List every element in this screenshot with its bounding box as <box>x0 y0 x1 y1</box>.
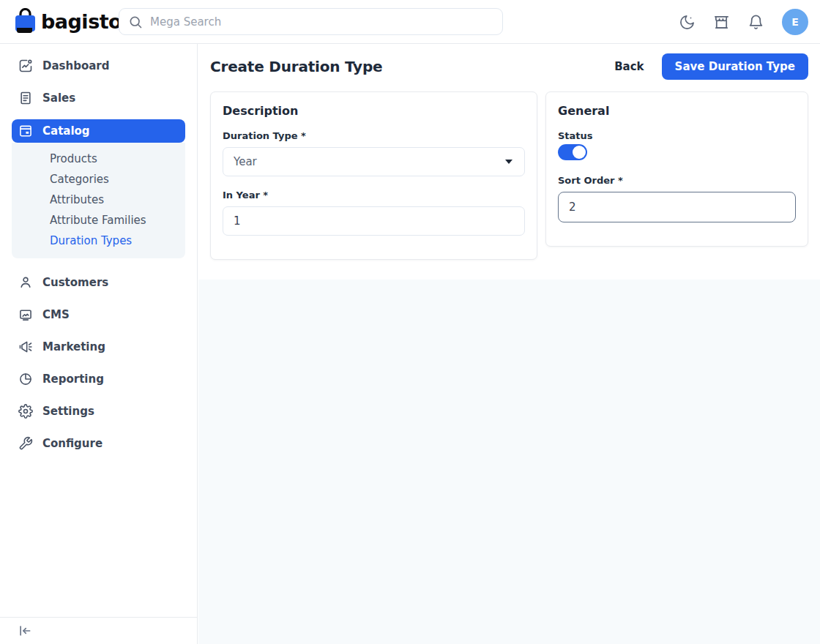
submenu-item-products[interactable]: Products <box>12 149 185 169</box>
sidebar-item-dashboard[interactable]: Dashboard <box>0 55 197 77</box>
duration-type-label: Duration Type * <box>223 130 525 141</box>
sort-order-input[interactable] <box>558 192 796 222</box>
sidebar-collapse-icon[interactable] <box>18 624 32 638</box>
sidebar-item-label: Catalog <box>42 124 90 138</box>
status-label: Status <box>558 130 796 141</box>
search-input[interactable] <box>150 15 493 29</box>
page-title: Create Duration Type <box>210 58 382 75</box>
dark-mode-icon[interactable] <box>679 14 696 31</box>
sidebar-item-label: Marketing <box>42 340 105 353</box>
save-duration-type-button[interactable]: Save Duration Type <box>662 53 808 80</box>
sidebar-footer <box>0 617 197 644</box>
sidebar-item-label: Configure <box>42 437 102 450</box>
logo-text: bagisto <box>41 10 122 33</box>
sidebar-item-sales[interactable]: Sales <box>0 87 197 109</box>
sidebar-item-label: CMS <box>42 308 70 321</box>
customers-icon <box>18 275 33 290</box>
storefront-icon[interactable] <box>713 14 730 31</box>
sidebar-item-label: Settings <box>42 405 94 418</box>
status-toggle[interactable] <box>558 144 587 160</box>
sidebar-item-customers[interactable]: Customers <box>0 272 197 293</box>
sidebar-item-marketing[interactable]: Marketing <box>0 336 197 358</box>
configure-wrench-icon <box>18 436 33 451</box>
bagisto-logo[interactable]: bagisto <box>15 8 122 35</box>
user-avatar[interactable]: E <box>782 9 808 35</box>
chevron-down-icon <box>505 160 512 164</box>
mega-search-bar[interactable] <box>119 8 503 35</box>
notifications-bell-icon[interactable] <box>748 14 764 31</box>
cms-icon <box>18 307 33 322</box>
main-content: Create Duration Type Back Save Duration … <box>198 44 820 644</box>
sidebar-item-cms[interactable]: CMS <box>0 304 197 326</box>
sidebar-item-settings[interactable]: Settings <box>0 400 197 422</box>
in-year-input[interactable] <box>223 206 525 236</box>
toggle-knob <box>573 146 586 159</box>
submenu-item-attributes[interactable]: Attributes <box>12 190 185 210</box>
sidebar-item-reporting[interactable]: Reporting <box>0 368 197 390</box>
sidebar-item-label: Customers <box>42 276 108 289</box>
duration-type-selected-value: Year <box>234 155 257 168</box>
duration-type-select[interactable]: Year <box>223 147 525 176</box>
sidebar-item-label: Reporting <box>42 372 104 386</box>
top-header: bagisto E <box>0 0 820 44</box>
general-card: General Status Sort Order * <box>545 91 808 247</box>
catalog-icon <box>18 124 33 138</box>
sidebar-item-label: Sales <box>42 91 75 105</box>
reporting-pie-chart-icon <box>18 372 33 386</box>
catalog-submenu: Products Categories Attributes Attribute… <box>12 143 185 258</box>
description-card-title: Description <box>223 104 525 118</box>
dashboard-icon <box>18 59 33 73</box>
settings-gear-icon <box>18 404 33 419</box>
submenu-item-attribute-families[interactable]: Attribute Families <box>12 210 185 231</box>
sales-icon <box>18 91 33 105</box>
description-card: Description Duration Type * Year In Year… <box>210 91 537 260</box>
in-year-label: In Year * <box>223 190 525 201</box>
sidebar-item-configure[interactable]: Configure <box>0 433 197 454</box>
bagisto-bag-icon <box>15 8 36 35</box>
submenu-item-duration-types[interactable]: Duration Types <box>12 231 185 251</box>
marketing-megaphone-icon <box>18 340 33 354</box>
sidebar-item-label: Dashboard <box>42 59 109 72</box>
search-icon <box>128 15 143 29</box>
sort-order-label: Sort Order * <box>558 175 796 186</box>
sidebar-navigation: Dashboard Sales Catalog Products Categor… <box>0 44 198 644</box>
submenu-item-categories[interactable]: Categories <box>12 169 185 190</box>
sidebar-item-catalog[interactable]: Catalog <box>12 119 185 143</box>
general-card-title: General <box>558 104 796 118</box>
back-link[interactable]: Back <box>614 60 644 73</box>
